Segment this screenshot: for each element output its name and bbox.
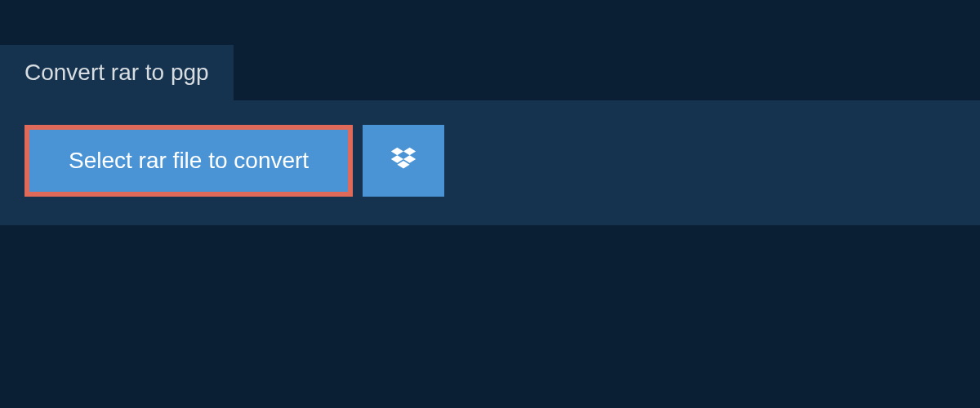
tab-convert[interactable]: Convert rar to pgp [0,45,234,100]
dropbox-icon [388,144,419,178]
dropbox-button[interactable] [363,125,444,197]
tab-title: Convert rar to pgp [24,60,209,85]
upload-panel: Select rar file to convert [0,100,980,225]
select-file-button[interactable]: Select rar file to convert [24,125,353,197]
select-file-label: Select rar file to convert [69,148,309,173]
svg-marker-0 [391,147,403,155]
svg-marker-1 [403,147,416,155]
